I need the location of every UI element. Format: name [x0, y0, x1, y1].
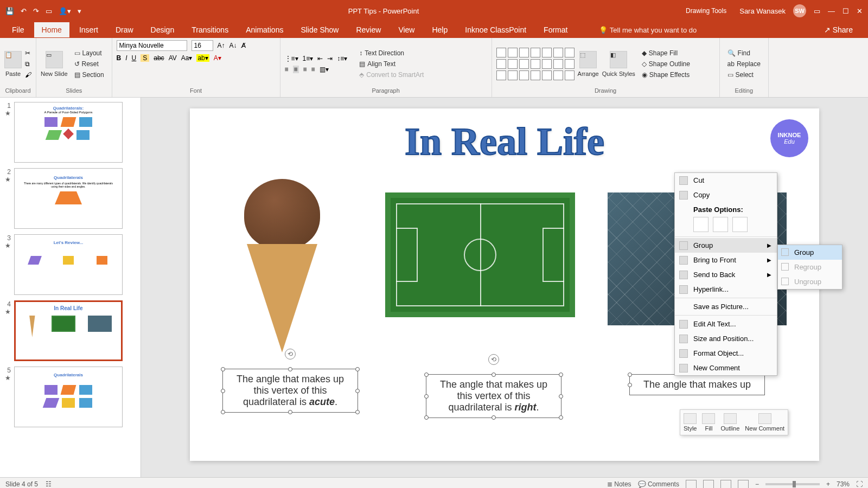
bold-button[interactable]: B — [117, 54, 122, 62]
ctx-new-comment[interactable]: New Comment — [675, 361, 777, 375]
font-name-input[interactable] — [117, 40, 187, 51]
accessibility-icon[interactable]: ☷ — [46, 480, 52, 488]
bullets-button[interactable]: ⋮≡▾ — [285, 55, 298, 62]
textbox-third[interactable]: The angle that makes up — [629, 374, 765, 395]
slide-title[interactable]: In Real Life — [405, 119, 604, 164]
redo-icon[interactable]: ↷ — [33, 7, 39, 15]
section-button[interactable]: ▤ Section — [71, 70, 107, 80]
normal-view-icon[interactable] — [686, 480, 697, 489]
paste-button[interactable]: 📋Paste — [4, 51, 22, 77]
comments-button[interactable]: 💬 Comments — [638, 480, 679, 488]
user-avatar[interactable]: SW — [793, 4, 806, 17]
zoom-level[interactable]: 73% — [837, 480, 850, 488]
text-direction-button[interactable]: ↕ Text Direction — [356, 48, 427, 58]
tab-review[interactable]: Review — [348, 22, 388, 37]
align-center-icon[interactable]: ≡ — [293, 66, 299, 73]
slideshow-qat-icon[interactable]: ▭ — [46, 7, 52, 15]
select-button[interactable]: ▭ Select — [724, 70, 764, 80]
tab-classpoint[interactable]: Inknoe ClassPoint — [457, 22, 534, 37]
char-spacing-button[interactable]: AV — [169, 54, 177, 62]
change-case-button[interactable]: Aa▾ — [181, 54, 193, 62]
tab-transitions[interactable]: Transitions — [184, 22, 236, 37]
ctx-group[interactable]: Group▶ — [675, 238, 777, 253]
tell-me-search[interactable]: 💡 Tell me what you want to do — [599, 26, 821, 34]
mini-style-button[interactable]: Style — [684, 413, 697, 432]
shape-outline-button[interactable]: ◇ Shape Outline — [639, 59, 693, 69]
reading-view-icon[interactable] — [720, 480, 731, 489]
increase-indent-icon[interactable]: ⇥ — [327, 55, 333, 62]
cut-icon[interactable]: ✂ — [25, 49, 31, 57]
tab-draw[interactable]: Draw — [108, 22, 141, 37]
increase-font-icon[interactable]: A↑ — [218, 42, 225, 49]
font-color-button[interactable]: A▾ — [214, 54, 221, 62]
shadow-button[interactable]: S — [141, 54, 149, 62]
paste-option-theme[interactable] — [693, 217, 709, 232]
quick-styles-button[interactable]: ◧Quick Styles — [602, 51, 635, 77]
columns-button[interactable]: ▥▾ — [320, 66, 329, 73]
tab-format[interactable]: Format — [536, 22, 575, 37]
ctx-save-picture[interactable]: Save as Picture... — [675, 299, 777, 314]
textbox-acute[interactable]: ⟲ The angle that makes upthis vertex of … — [222, 369, 358, 413]
notes-button[interactable]: ≣ Notes — [607, 480, 631, 488]
ctx-size-position[interactable]: Size and Position... — [675, 331, 777, 346]
slideshow-view-icon[interactable] — [738, 480, 749, 489]
new-slide-button[interactable]: ▭New Slide — [41, 51, 68, 77]
minimize-icon[interactable]: — — [828, 7, 835, 15]
qat-more-icon[interactable]: ▾ — [78, 7, 81, 15]
paste-option-keep[interactable] — [713, 217, 728, 232]
zoom-in-icon[interactable]: + — [826, 480, 830, 488]
drawing-tools-tab-label[interactable]: Drawing Tools — [680, 5, 732, 17]
zoom-slider[interactable] — [765, 483, 820, 485]
mini-new-comment-button[interactable]: New Comment — [745, 413, 784, 432]
line-spacing-button[interactable]: ↕≡▾ — [337, 55, 347, 62]
tab-insert[interactable]: Insert — [72, 22, 106, 37]
tab-slideshow[interactable]: Slide Show — [293, 22, 346, 37]
rotate-handle-icon[interactable]: ⟲ — [285, 349, 296, 359]
align-right-icon[interactable]: ≡ — [303, 66, 307, 73]
ctx-bring-front[interactable]: Bring to Front▶ — [675, 253, 777, 267]
undo-icon[interactable]: ↶ — [21, 7, 27, 15]
shapes-gallery[interactable] — [496, 48, 575, 80]
maximize-icon[interactable]: ☐ — [843, 7, 849, 15]
tab-view[interactable]: View — [391, 22, 422, 37]
zoom-out-icon[interactable]: − — [755, 480, 759, 488]
ctx-hyperlink[interactable]: Hyperlink... — [675, 282, 777, 297]
numbering-button[interactable]: 1≡▾ — [303, 55, 314, 62]
tab-home[interactable]: Home — [34, 22, 69, 37]
save-icon[interactable]: 💾 — [5, 7, 14, 15]
arrange-button[interactable]: ⬚Arrange — [578, 51, 599, 77]
tab-animations[interactable]: Animations — [238, 22, 291, 37]
ctx-copy[interactable]: Copy — [675, 188, 777, 202]
ice-cream-image[interactable] — [233, 179, 331, 352]
align-text-button[interactable]: ▤ Align Text — [356, 59, 427, 69]
slide-thumbnails-panel[interactable]: 1★ Quadrilaterals: A Parade of Four-Side… — [0, 98, 141, 477]
touch-mode-icon[interactable]: 👤▾ — [59, 7, 71, 15]
ctx-alt-text[interactable]: Edit Alt Text... — [675, 317, 777, 331]
submenu-group[interactable]: Group — [778, 245, 842, 260]
thumb-slide-5[interactable]: 5★ Quadrilaterals — [2, 367, 138, 427]
strike-button[interactable]: abc — [154, 54, 164, 62]
thumb-slide-2[interactable]: 2★ Quadrilaterals There are many differe… — [2, 168, 138, 229]
ctx-format-object[interactable]: Format Object... — [675, 346, 777, 361]
mini-fill-button[interactable]: Fill — [702, 413, 715, 432]
shape-effects-button[interactable]: ◉ Shape Effects — [639, 70, 693, 80]
ctx-send-back[interactable]: Send to Back▶ — [675, 267, 777, 282]
ctx-cut[interactable]: Cut — [675, 173, 777, 188]
textbox-right[interactable]: ⟲ The angle that makes upthis vertex of … — [426, 374, 561, 418]
shape-fill-button[interactable]: ◆ Shape Fill — [639, 48, 693, 58]
ribbon-display-icon[interactable]: ▭ — [814, 7, 820, 15]
justify-icon[interactable]: ≡ — [311, 66, 315, 73]
thumb-slide-3[interactable]: 3★ Let's Review... — [2, 234, 138, 295]
mini-outline-button[interactable]: Outline — [720, 413, 739, 432]
tab-help[interactable]: Help — [424, 22, 455, 37]
share-button[interactable]: ↗ Share — [824, 25, 864, 34]
find-button[interactable]: 🔍 Find — [724, 48, 764, 58]
thumb-slide-1[interactable]: 1★ Quadrilaterals: A Parade of Four-Side… — [2, 102, 138, 163]
convert-smartart-button[interactable]: ⬘ Convert to SmartArt — [356, 70, 427, 80]
clear-format-icon[interactable]: A̸ — [241, 42, 246, 49]
fit-window-icon[interactable]: ⛶ — [856, 480, 863, 488]
tab-file[interactable]: File — [4, 22, 32, 37]
copy-icon[interactable]: ⧉ — [25, 60, 31, 68]
slide-counter[interactable]: Slide 4 of 5 — [5, 480, 38, 488]
layout-button[interactable]: ▭ Layout — [71, 48, 107, 58]
